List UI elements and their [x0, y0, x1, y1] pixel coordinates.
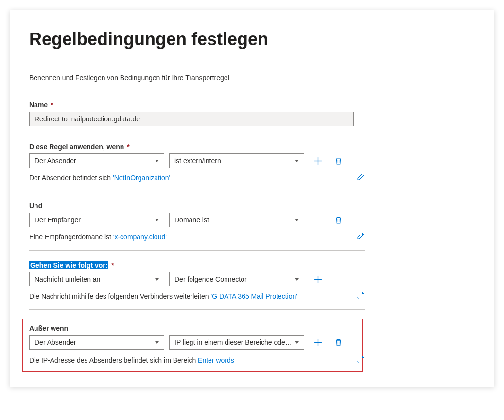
- trash-icon: [334, 157, 343, 165]
- and-summary: Eine Empfängerdomäne ist 'x-company.clou…: [29, 233, 167, 241]
- plus-icon: [314, 275, 322, 284]
- delete-and-button[interactable]: [331, 213, 345, 227]
- apply-when-summary: Der Absender befindet sich 'NotInOrganiz…: [29, 174, 170, 182]
- except-label: Außer wenn: [29, 324, 68, 332]
- chevron-down-icon: [155, 160, 159, 162]
- rule-conditions-panel: Regelbedingungen festlegen Benennen und …: [10, 10, 494, 387]
- and-select-recipient[interactable]: Der Empfänger: [29, 213, 164, 227]
- chevron-down-icon: [295, 341, 299, 344]
- except-summary: Die IP-Adresse des Absenders befindet si…: [29, 356, 234, 364]
- except-select-ip[interactable]: IP liegt in einem dieser Bereiche oder .…: [169, 335, 304, 350]
- delete-condition-button[interactable]: [331, 154, 345, 168]
- pencil-icon: [357, 355, 365, 363]
- pencil-icon: [357, 291, 365, 299]
- edit-exception-button[interactable]: [357, 355, 365, 365]
- trash-icon: [334, 338, 343, 347]
- pencil-icon: [357, 173, 365, 181]
- edit-and-button[interactable]: [357, 232, 365, 241]
- apply-when-select-scope[interactable]: ist extern/intern: [169, 153, 304, 168]
- plus-icon: [314, 338, 322, 347]
- apply-when-label: Diese Regel anwenden, wenn *: [29, 143, 130, 151]
- plus-icon: [314, 157, 322, 165]
- divider: [29, 309, 365, 310]
- except-section-highlight: Außer wenn Der Absender IP liegt in eine…: [22, 319, 363, 372]
- add-condition-button[interactable]: [311, 154, 325, 168]
- apply-when-section: Diese Regel anwenden, wenn * Der Absende…: [29, 141, 475, 182]
- add-action-button[interactable]: [311, 272, 325, 286]
- and-section: Und Der Empfänger Domäne ist Eine Empfän…: [29, 200, 475, 241]
- chevron-down-icon: [155, 341, 159, 344]
- action-select-connector[interactable]: Der folgende Connector: [169, 272, 304, 286]
- apply-when-select-sender[interactable]: Der Absender: [29, 153, 164, 168]
- divider: [29, 250, 365, 251]
- delete-exception-button[interactable]: [331, 336, 345, 349]
- pencil-icon: [357, 232, 365, 240]
- page-title: Regelbedingungen festlegen: [29, 29, 475, 50]
- divider: [29, 191, 365, 191]
- name-input[interactable]: [29, 112, 354, 126]
- edit-action-button[interactable]: [357, 291, 365, 301]
- and-select-domain[interactable]: Domäne ist: [169, 213, 304, 227]
- and-label: Und: [29, 202, 42, 210]
- add-exception-button[interactable]: [311, 336, 325, 349]
- action-summary: Die Nachricht mithilfe des folgenden Ver…: [29, 292, 297, 300]
- chevron-down-icon: [295, 278, 299, 281]
- action-section: Gehen Sie wie folgt vor: * Nachricht uml…: [29, 259, 475, 301]
- name-label: Name *: [29, 101, 53, 109]
- edit-apply-when-button[interactable]: [357, 173, 365, 182]
- chevron-down-icon: [155, 278, 159, 281]
- name-section: Name *: [29, 101, 475, 141]
- chevron-down-icon: [295, 219, 299, 221]
- page-subtitle: Benennen und Festlegen von Bedingungen f…: [29, 74, 475, 82]
- chevron-down-icon: [295, 160, 299, 162]
- chevron-down-icon: [155, 219, 159, 221]
- except-select-sender[interactable]: Der Absender: [29, 335, 164, 350]
- action-select-redirect[interactable]: Nachricht umleiten an: [29, 272, 164, 286]
- action-label: Gehen Sie wie folgt vor: *: [29, 261, 114, 269]
- trash-icon: [334, 216, 343, 224]
